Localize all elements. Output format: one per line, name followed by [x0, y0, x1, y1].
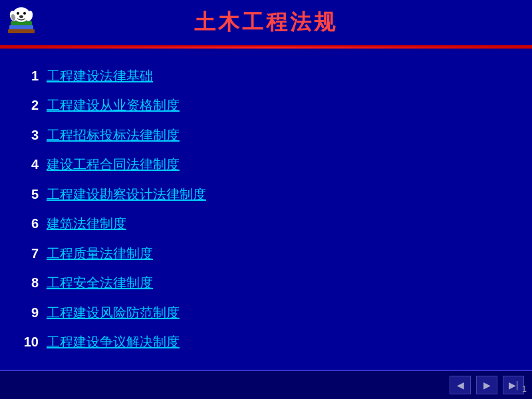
menu-item: 6建筑法律制度 — [20, 215, 519, 233]
item-link-5[interactable]: 工程建设勘察设计法律制度 — [47, 186, 206, 203]
menu-content: 1工程建设法律基础2工程建设从业资格制度3工程招标投标法律制度4建设工程合同法律… — [0, 49, 532, 370]
item-number: 1 — [20, 68, 39, 84]
last-icon: ▶| — [509, 380, 519, 390]
item-link-3[interactable]: 工程招标投标法律制度 — [47, 126, 180, 144]
item-number: 6 — [20, 216, 39, 231]
item-link-10[interactable]: 工程建设争议解决制度 — [47, 333, 180, 351]
item-number: 9 — [20, 305, 39, 321]
logo-icon — [4, 5, 39, 40]
item-number: 8 — [20, 275, 39, 291]
svg-rect-0 — [8, 29, 35, 33]
svg-point-7 — [23, 12, 26, 15]
menu-item: 5工程建设勘察设计法律制度 — [20, 186, 519, 203]
menu-item: 1工程建设法律基础 — [20, 67, 519, 85]
svg-rect-1 — [9, 25, 33, 29]
menu-item: 10工程建设争议解决制度 — [20, 333, 519, 351]
item-link-4[interactable]: 建设工程合同法律制度 — [47, 156, 180, 174]
item-number: 10 — [20, 334, 39, 350]
item-number: 2 — [20, 98, 39, 113]
logo-area — [0, 3, 43, 43]
menu-item: 7工程质量法律制度 — [20, 245, 519, 263]
title-area: 土木工程法规 — [43, 8, 489, 37]
item-link-8[interactable]: 工程安全法律制度 — [47, 274, 153, 292]
menu-item: 4建设工程合同法律制度 — [20, 156, 519, 174]
next-icon: ▶ — [483, 380, 491, 390]
item-number: 4 — [20, 157, 39, 172]
item-number: 5 — [20, 187, 39, 202]
item-number: 7 — [20, 246, 39, 261]
prev-button[interactable]: ◀ — [450, 376, 471, 394]
slide-number: 1 — [522, 384, 527, 394]
menu-item: 9工程建设风险防范制度 — [20, 304, 519, 322]
item-link-6[interactable]: 建筑法律制度 — [47, 215, 126, 233]
item-number: 3 — [20, 128, 39, 143]
header: 土木工程法规 — [0, 0, 532, 47]
item-link-1[interactable]: 工程建设法律基础 — [47, 67, 153, 85]
item-link-2[interactable]: 工程建设从业资格制度 — [47, 96, 180, 114]
menu-item: 2工程建设从业资格制度 — [20, 96, 519, 114]
last-button[interactable]: ▶| — [503, 376, 524, 394]
svg-point-8 — [19, 15, 23, 18]
svg-point-6 — [17, 12, 19, 15]
next-button[interactable]: ▶ — [476, 376, 497, 394]
item-link-7[interactable]: 工程质量法律制度 — [47, 245, 153, 263]
menu-item: 8工程安全法律制度 — [20, 274, 519, 292]
menu-item: 3工程招标投标法律制度 — [20, 126, 519, 144]
prev-icon: ◀ — [457, 380, 464, 390]
main-title: 土木工程法规 — [43, 8, 489, 37]
slide: 土木工程法规 1工程建设法律基础2工程建设从业资格制度3工程招标投标法律制度4建… — [0, 0, 532, 399]
item-link-9[interactable]: 工程建设风险防范制度 — [47, 304, 180, 322]
footer: ◀ ▶ ▶| — [0, 370, 532, 399]
